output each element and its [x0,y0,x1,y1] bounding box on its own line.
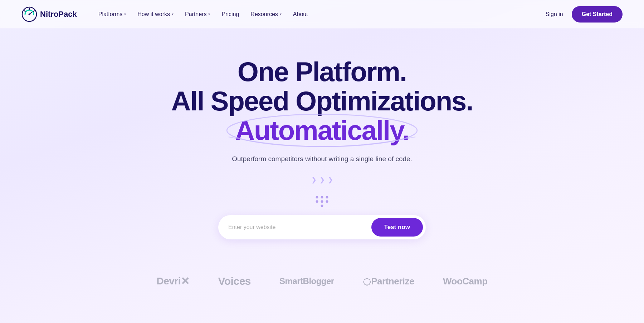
chevron-dots-decoration: ❯ ❯ ❯ [311,176,333,185]
nav-actions: Sign in Get Started [546,6,623,23]
svg-point-9 [326,196,328,199]
main-nav: NitroPack Platforms ▾ How it works ▾ Par… [0,0,644,29]
chevron-down-icon: ▾ [172,12,174,16]
svg-line-3 [24,11,25,12]
svg-point-11 [321,200,323,203]
nav-item-about[interactable]: About [293,11,308,18]
logo-icon [21,6,37,22]
partner-logo-smartblogger: SmartBlogger [279,276,334,286]
nav-item-pricing[interactable]: Pricing [221,11,239,18]
svg-line-5 [29,12,32,14]
svg-line-2 [33,11,34,12]
chevron-down-icon: ▾ [280,12,282,16]
scroll-indicator [313,195,331,208]
svg-point-13 [321,205,323,207]
nav-item-platforms[interactable]: Platforms ▾ [98,11,126,18]
svg-point-12 [326,200,328,203]
svg-point-10 [316,200,318,203]
nav-item-resources[interactable]: Resources ▾ [250,11,281,18]
svg-point-8 [321,196,323,199]
x-icon: ✕ [181,276,190,287]
partner-logos-strip: Devri✕ Voices SmartBlogger ◌Partnerize W… [0,261,644,287]
hero-subtitle: Outperform competitors without writing a… [232,155,412,163]
get-started-button[interactable]: Get Started [572,6,623,23]
chevron-down-icon: ▾ [124,12,126,16]
logo-text: NitroPack [40,10,77,19]
svg-point-7 [316,196,318,199]
partner-logo-voices: Voices [218,275,251,287]
partner-logo-woocamp: WooCamp [443,276,488,287]
hero-section: One Platform. All Speed Optimizations. A… [0,29,644,261]
nav-item-how-it-works[interactable]: How it works ▾ [137,11,174,18]
website-input-bar: Test now [218,215,426,239]
double-chevron-icon [313,195,331,208]
test-now-button[interactable]: Test now [371,218,423,237]
chevron-down-icon: ▾ [208,12,210,16]
hero-auto-word: Automatically. [235,116,409,145]
partner-logo-partnerize: ◌Partnerize [363,276,414,287]
nav-item-partners[interactable]: Partners ▾ [185,11,210,18]
sign-in-button[interactable]: Sign in [546,11,563,18]
logo-link[interactable]: NitroPack [21,6,77,22]
partner-logo-devrix: Devri✕ [156,275,189,287]
hero-headline: One Platform. All Speed Optimizations. A… [171,57,473,145]
website-input[interactable] [228,224,371,230]
nav-links: Platforms ▾ How it works ▾ Partners ▾ Pr… [98,11,546,18]
